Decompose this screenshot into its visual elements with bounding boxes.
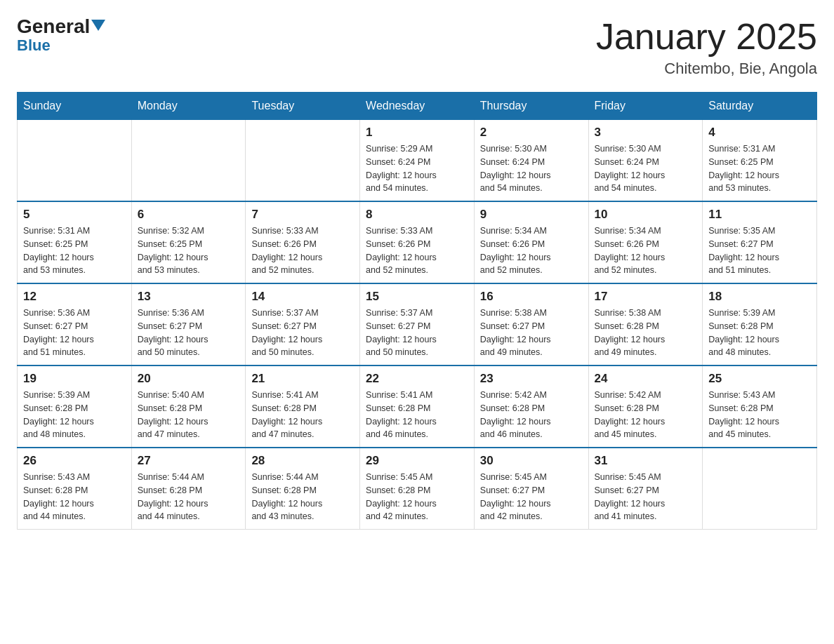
- day-info: Sunrise: 5:45 AM Sunset: 6:28 PM Dayligh…: [366, 471, 468, 523]
- logo-general: General: [17, 17, 105, 36]
- day-info: Sunrise: 5:39 AM Sunset: 6:28 PM Dayligh…: [708, 307, 811, 359]
- calendar-cell: 31Sunrise: 5:45 AM Sunset: 6:27 PM Dayli…: [588, 448, 703, 530]
- logo-triangle-icon: [91, 20, 105, 31]
- weekday-header-friday: Friday: [588, 93, 703, 120]
- day-number: 8: [366, 208, 468, 222]
- weekday-header-row: SundayMondayTuesdayWednesdayThursdayFrid…: [18, 93, 817, 120]
- day-info: Sunrise: 5:36 AM Sunset: 6:27 PM Dayligh…: [138, 307, 240, 359]
- week-row-1: 1Sunrise: 5:29 AM Sunset: 6:24 PM Daylig…: [18, 120, 817, 202]
- day-info: Sunrise: 5:34 AM Sunset: 6:26 PM Dayligh…: [480, 224, 583, 277]
- day-info: Sunrise: 5:43 AM Sunset: 6:28 PM Dayligh…: [708, 389, 811, 441]
- day-info: Sunrise: 5:29 AM Sunset: 6:24 PM Dayligh…: [366, 142, 468, 195]
- calendar-cell: 25Sunrise: 5:43 AM Sunset: 6:28 PM Dayli…: [703, 365, 817, 448]
- day-info: Sunrise: 5:45 AM Sunset: 6:27 PM Dayligh…: [595, 471, 697, 523]
- calendar-cell: 9Sunrise: 5:34 AM Sunset: 6:26 PM Daylig…: [474, 201, 588, 283]
- day-number: 27: [138, 454, 240, 468]
- day-number: 21: [251, 372, 354, 386]
- day-info: Sunrise: 5:36 AM Sunset: 6:27 PM Dayligh…: [23, 307, 126, 359]
- day-number: 1: [366, 126, 468, 140]
- calendar-cell: 15Sunrise: 5:37 AM Sunset: 6:27 PM Dayli…: [360, 283, 475, 365]
- day-info: Sunrise: 5:39 AM Sunset: 6:28 PM Dayligh…: [23, 389, 126, 441]
- calendar-cell: 24Sunrise: 5:42 AM Sunset: 6:28 PM Dayli…: [588, 365, 703, 448]
- calendar-cell: 5Sunrise: 5:31 AM Sunset: 6:25 PM Daylig…: [18, 201, 132, 283]
- day-info: Sunrise: 5:35 AM Sunset: 6:27 PM Dayligh…: [708, 224, 811, 277]
- calendar-cell: 2Sunrise: 5:30 AM Sunset: 6:24 PM Daylig…: [474, 120, 588, 202]
- day-number: 14: [251, 290, 354, 304]
- day-info: Sunrise: 5:42 AM Sunset: 6:28 PM Dayligh…: [480, 389, 583, 441]
- day-number: 29: [366, 454, 468, 468]
- day-number: 26: [23, 454, 126, 468]
- calendar-cell: 26Sunrise: 5:43 AM Sunset: 6:28 PM Dayli…: [18, 448, 132, 530]
- calendar-cell: 19Sunrise: 5:39 AM Sunset: 6:28 PM Dayli…: [18, 365, 132, 448]
- calendar-cell: [246, 120, 360, 202]
- day-number: 24: [595, 372, 697, 386]
- weekday-header-sunday: Sunday: [18, 93, 132, 120]
- day-number: 11: [708, 208, 811, 222]
- day-number: 31: [595, 454, 697, 468]
- day-info: Sunrise: 5:33 AM Sunset: 6:26 PM Dayligh…: [366, 224, 468, 277]
- calendar-cell: 20Sunrise: 5:40 AM Sunset: 6:28 PM Dayli…: [131, 365, 246, 448]
- day-number: 15: [366, 290, 468, 304]
- calendar-subtitle: Chitembo, Bie, Angola: [596, 60, 817, 78]
- week-row-3: 12Sunrise: 5:36 AM Sunset: 6:27 PM Dayli…: [18, 283, 817, 365]
- calendar-cell: 29Sunrise: 5:45 AM Sunset: 6:28 PM Dayli…: [360, 448, 475, 530]
- calendar-cell: [703, 448, 817, 530]
- day-number: 25: [708, 372, 811, 386]
- day-info: Sunrise: 5:30 AM Sunset: 6:24 PM Dayligh…: [595, 142, 697, 195]
- logo-blue-text: Blue: [17, 36, 51, 55]
- day-number: 19: [23, 372, 126, 386]
- day-info: Sunrise: 5:38 AM Sunset: 6:28 PM Dayligh…: [595, 307, 697, 359]
- calendar-cell: 8Sunrise: 5:33 AM Sunset: 6:26 PM Daylig…: [360, 201, 475, 283]
- day-number: 9: [480, 208, 583, 222]
- calendar-cell: 12Sunrise: 5:36 AM Sunset: 6:27 PM Dayli…: [18, 283, 132, 365]
- day-number: 5: [23, 208, 126, 222]
- day-number: 30: [480, 454, 583, 468]
- calendar-cell: 30Sunrise: 5:45 AM Sunset: 6:27 PM Dayli…: [474, 448, 588, 530]
- calendar-cell: 1Sunrise: 5:29 AM Sunset: 6:24 PM Daylig…: [360, 120, 475, 202]
- day-number: 7: [251, 208, 354, 222]
- day-number: 16: [480, 290, 583, 304]
- calendar-cell: 16Sunrise: 5:38 AM Sunset: 6:27 PM Dayli…: [474, 283, 588, 365]
- calendar-cell: 22Sunrise: 5:41 AM Sunset: 6:28 PM Dayli…: [360, 365, 475, 448]
- day-info: Sunrise: 5:38 AM Sunset: 6:27 PM Dayligh…: [480, 307, 583, 359]
- calendar-cell: [131, 120, 246, 202]
- title-area: January 2025 Chitembo, Bie, Angola: [596, 17, 817, 78]
- calendar-cell: 28Sunrise: 5:44 AM Sunset: 6:28 PM Dayli…: [246, 448, 360, 530]
- day-number: 20: [138, 372, 240, 386]
- day-info: Sunrise: 5:33 AM Sunset: 6:26 PM Dayligh…: [251, 224, 354, 277]
- calendar-cell: 4Sunrise: 5:31 AM Sunset: 6:25 PM Daylig…: [703, 120, 817, 202]
- calendar-cell: 3Sunrise: 5:30 AM Sunset: 6:24 PM Daylig…: [588, 120, 703, 202]
- day-info: Sunrise: 5:32 AM Sunset: 6:25 PM Dayligh…: [138, 224, 240, 277]
- weekday-header-monday: Monday: [131, 93, 246, 120]
- calendar-cell: 17Sunrise: 5:38 AM Sunset: 6:28 PM Dayli…: [588, 283, 703, 365]
- day-info: Sunrise: 5:42 AM Sunset: 6:28 PM Dayligh…: [595, 389, 697, 441]
- calendar-cell: 21Sunrise: 5:41 AM Sunset: 6:28 PM Dayli…: [246, 365, 360, 448]
- calendar-cell: 11Sunrise: 5:35 AM Sunset: 6:27 PM Dayli…: [703, 201, 817, 283]
- day-info: Sunrise: 5:43 AM Sunset: 6:28 PM Dayligh…: [23, 471, 126, 523]
- calendar-cell: 14Sunrise: 5:37 AM Sunset: 6:27 PM Dayli…: [246, 283, 360, 365]
- page-header: General Blue January 2025 Chitembo, Bie,…: [17, 17, 817, 78]
- day-info: Sunrise: 5:44 AM Sunset: 6:28 PM Dayligh…: [138, 471, 240, 523]
- week-row-5: 26Sunrise: 5:43 AM Sunset: 6:28 PM Dayli…: [18, 448, 817, 530]
- day-number: 4: [708, 126, 811, 140]
- weekday-header-thursday: Thursday: [474, 93, 588, 120]
- day-info: Sunrise: 5:30 AM Sunset: 6:24 PM Dayligh…: [480, 142, 583, 195]
- day-info: Sunrise: 5:41 AM Sunset: 6:28 PM Dayligh…: [251, 389, 354, 441]
- logo: General Blue: [17, 17, 105, 55]
- day-info: Sunrise: 5:41 AM Sunset: 6:28 PM Dayligh…: [366, 389, 468, 441]
- calendar-cell: 10Sunrise: 5:34 AM Sunset: 6:26 PM Dayli…: [588, 201, 703, 283]
- day-info: Sunrise: 5:31 AM Sunset: 6:25 PM Dayligh…: [708, 142, 811, 195]
- day-info: Sunrise: 5:31 AM Sunset: 6:25 PM Dayligh…: [23, 224, 126, 277]
- day-number: 23: [480, 372, 583, 386]
- day-info: Sunrise: 5:44 AM Sunset: 6:28 PM Dayligh…: [251, 471, 354, 523]
- day-number: 6: [138, 208, 240, 222]
- calendar-cell: 23Sunrise: 5:42 AM Sunset: 6:28 PM Dayli…: [474, 365, 588, 448]
- calendar-cell: [18, 120, 132, 202]
- weekday-header-tuesday: Tuesday: [246, 93, 360, 120]
- calendar-table: SundayMondayTuesdayWednesdayThursdayFrid…: [17, 92, 817, 530]
- calendar-title: January 2025: [596, 17, 817, 57]
- day-number: 22: [366, 372, 468, 386]
- week-row-4: 19Sunrise: 5:39 AM Sunset: 6:28 PM Dayli…: [18, 365, 817, 448]
- weekday-header-wednesday: Wednesday: [360, 93, 475, 120]
- calendar-cell: 27Sunrise: 5:44 AM Sunset: 6:28 PM Dayli…: [131, 448, 246, 530]
